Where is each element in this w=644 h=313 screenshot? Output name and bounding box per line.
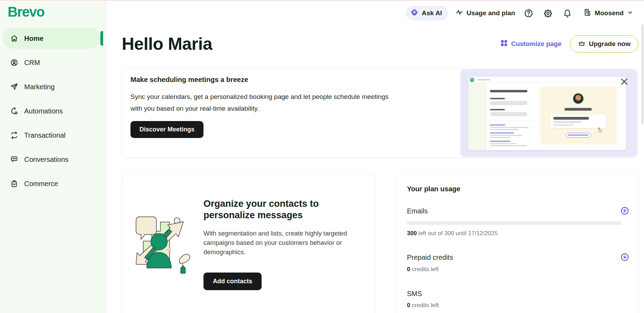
header-actions: Customize page Upgrade now [500,35,638,53]
sidebar-nav: Home CRM Marketing Automations [0,28,106,194]
customize-grid-icon [500,39,508,49]
sidebar-item-crm[interactable]: CRM [3,52,100,73]
building-icon [583,8,592,18]
emails-usage-detail: 300 left out of 300 until 17/12/2025 [407,230,629,237]
plan-label: SMS [407,290,422,298]
upgrade-now-button[interactable]: Upgrade now [570,35,638,53]
sidebar-item-transactional[interactable]: Transactional [3,125,100,146]
plan-usage-card: Your plan usage Emails 300 left out of 3… [396,174,638,313]
sidebar-item-label: Conversations [24,156,69,164]
plan-label: Prepaid credits [407,254,453,261]
repeat-arrows-icon [10,131,19,140]
emails-progress-bar [407,221,622,225]
avatar [573,93,583,104]
account-switcher[interactable]: Moosend [583,8,634,18]
plan-usage-title: Your plan usage [407,185,629,193]
shopping-bag-icon [10,179,19,188]
usage-and-plan-link[interactable]: Usage and plan [455,8,515,18]
page-content: Hello Maria Customize page Upgrade now [106,34,644,313]
sidebar: Brevo Home CRM Marketing [0,0,106,313]
cards-row: Organize your contacts to personalize me… [122,174,638,313]
page-title: Hello Maria [122,34,212,54]
illustration-cta-pill [566,133,591,138]
discover-meetings-button[interactable]: Discover Meetings [130,121,203,138]
activity-icon [455,8,463,18]
topbar: Ask AI Usage and plan Mo [106,0,644,26]
active-indicator [100,31,103,46]
user-circle-icon [10,58,19,67]
account-name: Moosend [595,9,624,17]
banner-title: Make scheduling meetings a breeze [130,76,451,84]
main-area: Ask AI Usage and plan Mo [106,0,644,313]
illustration-brevo-badge: B [470,78,474,82]
sidebar-item-label: Marketing [24,83,55,91]
sidebar-item-commerce[interactable]: Commerce [3,173,100,194]
help-circle-icon[interactable] [523,7,535,19]
sidebar-item-label: CRM [24,59,40,67]
ai-diamond-icon [410,8,419,18]
home-icon [10,34,19,43]
brevo-logo[interactable]: Brevo [8,4,106,20]
contacts-card-body: With segmentation and lists, create high… [203,229,362,257]
sidebar-item-label: Transactional [24,131,65,139]
ask-ai-button[interactable]: Ask AI [406,6,448,20]
add-credits-icon[interactable] [620,206,629,215]
plan-label: Emails [407,207,428,215]
gear-icon[interactable] [542,7,554,19]
sidebar-item-label: Home [24,35,44,43]
page-header-row: Hello Maria Customize page Upgrade now [122,34,638,54]
scrollbar[interactable] [642,24,643,125]
plan-section-sms: SMS [407,290,629,298]
illustration-booking-card [540,86,617,144]
meetings-banner: Make scheduling meetings a breeze Sync y… [122,68,638,158]
contacts-card-title: Organize your contacts to personalize me… [203,198,362,221]
customize-page-link[interactable]: Customize page [500,39,562,49]
app-root: Brevo Home CRM Marketing [0,0,644,313]
close-icon[interactable] [619,77,629,86]
meetings-illustration: B [460,69,637,157]
contacts-card-text: Organize your contacts to personalize me… [203,175,375,290]
sidebar-item-automations[interactable]: Automations [3,101,100,121]
banner-body: Sync your calendars, get a personalized … [130,91,399,114]
top-accent-line [0,0,644,1]
chat-bubble-icon [10,155,19,164]
contacts-illustration [130,208,196,277]
prepaid-usage-detail: 0 credits left [407,266,629,273]
chevron-down-icon [627,9,634,18]
sidebar-item-marketing[interactable]: Marketing [3,76,100,97]
plan-section-emails: Emails [407,206,629,215]
sidebar-item-home[interactable]: Home [3,28,100,49]
illustration-window-sidebar [468,83,487,150]
illustration-browser-window: B [468,77,626,150]
sidebar-item-label: Automations [24,107,63,115]
sidebar-item-label: Commerce [24,180,58,188]
plan-section-prepaid: Prepaid credits [407,253,629,262]
contacts-card: Organize your contacts to personalize me… [122,174,376,313]
sms-usage-detail: 0 credits left [407,302,629,309]
hand-cursor-icon [598,127,602,134]
send-icon [10,82,19,91]
sidebar-item-conversations[interactable]: Conversations [3,149,100,170]
illustration-window-topbar: B [468,77,626,83]
add-contacts-button[interactable]: Add contacts [203,273,262,290]
add-credits-icon[interactable] [620,253,629,262]
crown-icon [578,39,586,49]
automation-loop-icon [10,107,19,116]
bell-icon[interactable] [562,7,573,19]
